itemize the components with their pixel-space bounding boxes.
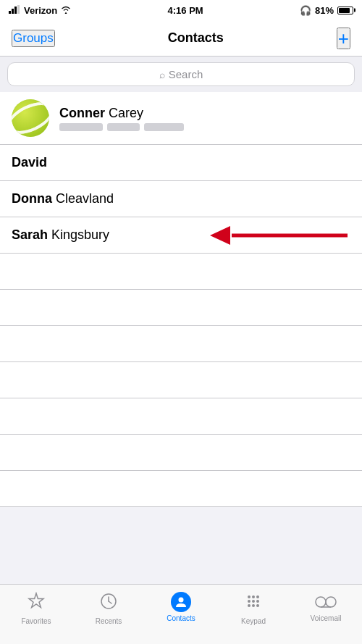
status-bar: Verizon 4:16 PM 🎧 81%: [0, 0, 362, 20]
contact-name-sarah: Sarah Kingsbury: [12, 227, 109, 243]
voicemail-icon: [315, 592, 337, 612]
svg-marker-5: [210, 226, 230, 245]
svg-point-18: [256, 604, 259, 607]
tab-favorites-label: Favorites: [21, 617, 51, 625]
clock-icon: [99, 592, 118, 615]
svg-rect-2: [14, 7, 17, 14]
tab-keypad-label: Keypad: [241, 617, 266, 625]
red-arrow-annotation: [210, 222, 348, 248]
battery-fill: [339, 8, 350, 13]
svg-point-16: [248, 604, 251, 607]
contact-item-conner-carey[interactable]: Conner Carey: [0, 92, 362, 145]
contact-name-david: David: [12, 155, 47, 170]
empty-row-1: [0, 254, 362, 290]
person-circle-icon: [171, 592, 191, 612]
svg-point-12: [256, 595, 259, 598]
svg-rect-1: [12, 9, 14, 14]
keypad-icon: [244, 592, 263, 615]
tab-contacts-label: Contacts: [167, 614, 195, 622]
empty-row-4: [0, 362, 362, 398]
svg-point-17: [252, 604, 255, 607]
contact-info-conner-carey: Conner Carey: [59, 106, 350, 131]
star-icon: [27, 592, 46, 615]
battery-percent: 81%: [315, 5, 334, 16]
blur-block-2: [107, 123, 140, 131]
contact-detail-blur: [59, 123, 350, 131]
search-bar[interactable]: ⌕ Search: [7, 62, 355, 86]
tab-voicemail[interactable]: Voicemail: [290, 592, 362, 622]
contact-last-name-donna: Cleavland: [56, 191, 114, 206]
tab-favorites[interactable]: Favorites: [0, 592, 72, 625]
svg-line-8: [109, 601, 111, 603]
empty-row-7: [0, 471, 362, 507]
tennis-ball-image: [12, 99, 49, 137]
contact-name-conner-carey: Conner Carey: [59, 106, 350, 121]
contact-last-name-sarah: Kingsbury: [51, 227, 109, 242]
search-container: ⌕ Search: [0, 57, 362, 92]
svg-rect-3: [17, 5, 20, 14]
status-right: 🎧 81%: [300, 5, 353, 16]
tab-bar: Favorites Recents Contacts: [0, 584, 362, 644]
contact-name-donna: Donna Cleavland: [12, 191, 114, 206]
blur-block-1: [59, 123, 103, 131]
avatar-conner-carey: [12, 99, 49, 137]
search-icon: ⌕: [159, 69, 165, 80]
add-contact-button[interactable]: +: [337, 28, 350, 49]
battery-icon: [337, 7, 353, 14]
search-placeholder: Search: [169, 68, 203, 80]
contact-item-donna-cleavland[interactable]: Donna Cleavland: [0, 181, 362, 217]
svg-point-15: [256, 600, 259, 603]
svg-point-14: [252, 600, 255, 603]
svg-rect-0: [9, 11, 11, 14]
contact-first-name-donna: Donna: [12, 191, 52, 206]
contact-first-name: Conner: [59, 106, 105, 120]
signal-bars: [9, 5, 20, 16]
empty-row-5: [0, 398, 362, 435]
tab-voicemail-label: Voicemail: [311, 614, 342, 622]
contact-first-name-sarah: Sarah: [12, 227, 48, 242]
tab-contacts[interactable]: Contacts: [145, 592, 217, 622]
status-left: Verizon: [9, 5, 71, 16]
empty-row-3: [0, 326, 362, 362]
blur-block-3: [144, 123, 184, 131]
carrier-name: Verizon: [24, 5, 57, 16]
headphone-icon: 🎧: [300, 5, 311, 16]
red-arrow-svg: [210, 222, 348, 248]
svg-point-9: [179, 598, 184, 603]
contacts-list: Conner Carey David Donna Cleavland Sarah…: [0, 92, 362, 507]
svg-point-19: [316, 597, 326, 607]
contact-item-sarah-kingsbury[interactable]: Sarah Kingsbury: [0, 217, 362, 254]
nav-bar: Groups Contacts +: [0, 20, 362, 57]
tab-recents[interactable]: Recents: [72, 592, 145, 625]
svg-point-11: [252, 595, 255, 598]
page-title: Contacts: [168, 30, 224, 46]
wifi-icon: [61, 5, 71, 16]
tab-recents-label: Recents: [96, 617, 122, 625]
empty-row-6: [0, 435, 362, 471]
groups-button[interactable]: Groups: [12, 30, 55, 47]
svg-point-13: [248, 600, 251, 603]
status-time: 4:16 PM: [168, 5, 203, 16]
svg-point-20: [326, 597, 336, 607]
contact-last-name: Carey: [109, 106, 143, 120]
empty-row-2: [0, 290, 362, 326]
tab-keypad[interactable]: Keypad: [217, 592, 290, 625]
svg-point-10: [248, 595, 251, 598]
contact-first-name-david: David: [12, 155, 47, 170]
contact-item-david[interactable]: David: [0, 145, 362, 181]
